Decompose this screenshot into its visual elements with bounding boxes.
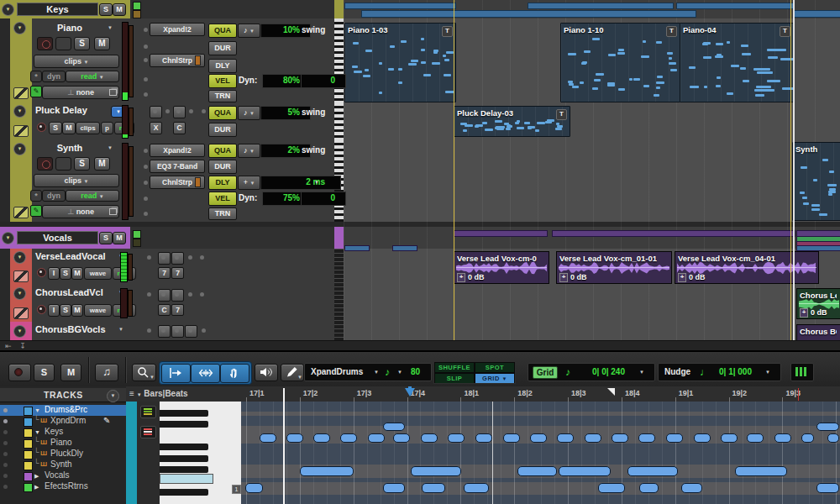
grid-toggle-button[interactable]: Grid xyxy=(533,366,558,379)
track-list-row-pluckdly[interactable]: └ШPluckDly xyxy=(0,449,126,459)
midi-note[interactable] xyxy=(767,49,786,51)
automation-mode-selector[interactable]: read ▼ xyxy=(66,71,119,82)
midi-note[interactable] xyxy=(383,423,405,431)
insert-slot[interactable] xyxy=(171,289,184,302)
quantize-button[interactable]: QUA xyxy=(208,106,237,120)
delay-mode-selector[interactable]: + ▼ xyxy=(238,176,260,190)
track-list-row-drums-prc[interactable]: ▼Drums&Prc xyxy=(0,405,126,416)
visibility-dot[interactable] xyxy=(3,485,8,489)
midi-note[interactable] xyxy=(827,184,837,186)
output-window-icon[interactable] xyxy=(109,208,117,215)
midi-note[interactable] xyxy=(313,433,330,443)
input-button[interactable]: I xyxy=(48,304,60,317)
midi-note[interactable] xyxy=(368,433,385,443)
midi-clip[interactable]: Synth xyxy=(792,142,840,221)
velocity-offset[interactable]: 0 xyxy=(301,192,346,206)
delay-button[interactable]: DLY xyxy=(208,176,237,190)
midi-note[interactable] xyxy=(727,41,730,44)
mute-button[interactable]: M xyxy=(94,157,110,171)
notation-view-icon[interactable]: ♫ xyxy=(95,364,118,381)
delay-value[interactable]: 2 ms xyxy=(260,176,341,190)
group-lane-clip-bar[interactable] xyxy=(392,245,417,251)
insert-slot-dot[interactable] xyxy=(188,255,192,260)
insert-slot-dot[interactable] xyxy=(144,212,148,216)
trim-tool[interactable] xyxy=(161,364,191,383)
keyboard-focus-icon[interactable] xyxy=(790,363,814,381)
midi-note[interactable] xyxy=(767,80,780,82)
group-lane-clip-bar[interactable] xyxy=(552,230,795,237)
midi-note[interactable] xyxy=(643,40,646,43)
midi-note[interactable] xyxy=(433,51,438,54)
record-enable-button[interactable] xyxy=(37,268,46,277)
midi-note[interactable] xyxy=(598,483,625,493)
patch-icon[interactable] xyxy=(13,87,29,99)
midi-note[interactable] xyxy=(528,127,532,129)
pencil-icon[interactable]: ✎ xyxy=(30,205,42,217)
midi-note[interactable] xyxy=(408,63,417,66)
clip-gain-icon[interactable]: + xyxy=(678,273,686,282)
midi-note[interactable] xyxy=(485,129,491,131)
group-lane-clip-bar[interactable] xyxy=(344,245,370,251)
midi-note[interactable] xyxy=(482,122,487,124)
piano-key-black[interactable] xyxy=(160,466,208,473)
grabber-tool[interactable] xyxy=(220,364,249,383)
midi-note[interactable] xyxy=(618,88,625,91)
audio-clip[interactable]: Verse Lead Vox-cm_04-01+0 dB xyxy=(675,251,819,284)
midi-note[interactable] xyxy=(383,483,405,493)
midi-note[interactable] xyxy=(388,68,394,71)
midi-note[interactable] xyxy=(421,49,425,51)
midi-note[interactable] xyxy=(800,192,805,194)
piano-key-black[interactable] xyxy=(160,455,208,462)
midi-note[interactable] xyxy=(735,466,787,476)
midi-note[interactable] xyxy=(506,128,511,130)
ticks-timebase-badge[interactable]: T xyxy=(442,26,453,37)
midi-note[interactable] xyxy=(390,45,395,48)
pencil-tool[interactable]: ▼ xyxy=(281,364,304,381)
track-view-selector[interactable]: clips xyxy=(76,122,100,134)
record-button[interactable] xyxy=(8,364,31,381)
track-list-row-xpnddrm[interactable]: └ШXpndDrm✎ xyxy=(0,416,126,427)
insert-slot-dot[interactable] xyxy=(144,181,148,185)
voice-selector[interactable]: 7 xyxy=(158,267,171,279)
visibility-dot[interactable] xyxy=(3,474,8,478)
insert-slot[interactable] xyxy=(173,106,186,118)
insert-xpand2[interactable]: Xpand!2 xyxy=(150,144,205,157)
midi-note[interactable] xyxy=(754,89,774,92)
midi-note[interactable] xyxy=(801,166,807,169)
group-lane-clip-bar[interactable] xyxy=(344,3,456,9)
midi-note[interactable] xyxy=(741,45,748,47)
playhead-arrow-icon[interactable] xyxy=(405,388,415,402)
midi-note[interactable] xyxy=(475,125,479,128)
tracks-panel-menu-icon[interactable]: ▼ xyxy=(107,390,119,402)
midi-note[interactable] xyxy=(286,433,303,443)
midi-note[interactable] xyxy=(463,129,467,132)
midi-note[interactable] xyxy=(475,433,492,443)
mute-button[interactable]: M xyxy=(71,304,83,317)
midi-note[interactable] xyxy=(555,128,562,130)
quantize-note-selector[interactable]: ♪ ▼ xyxy=(238,106,260,120)
midi-note[interactable] xyxy=(756,86,771,88)
duration-button[interactable]: DUR xyxy=(208,41,237,55)
midi-note[interactable] xyxy=(594,79,601,81)
midi-note[interactable] xyxy=(656,41,662,44)
midi-note[interactable] xyxy=(768,56,778,59)
ticks-timebase-badge[interactable]: T xyxy=(666,26,677,37)
midi-note[interactable] xyxy=(829,188,836,191)
piano-key-black[interactable] xyxy=(160,410,208,417)
midi-note[interactable] xyxy=(827,433,839,443)
insert-slot-dot[interactable] xyxy=(202,109,206,113)
insert-slot-dot[interactable] xyxy=(144,165,148,169)
record-enable-button[interactable] xyxy=(37,157,53,171)
midi-note[interactable] xyxy=(365,50,372,52)
midi-note[interactable] xyxy=(828,193,832,196)
insert-slot-dot[interactable] xyxy=(165,109,170,113)
expand-open-icon[interactable]: ▼ xyxy=(34,407,40,413)
visibility-dot[interactable] xyxy=(3,430,8,434)
midi-note[interactable] xyxy=(607,84,615,87)
group-lane-clip-bar[interactable] xyxy=(796,245,840,251)
midi-note[interactable] xyxy=(245,483,263,493)
track-view-selector[interactable]: clips ▼ xyxy=(34,55,119,68)
midi-note[interactable] xyxy=(753,68,770,71)
center-button[interactable]: C xyxy=(173,122,186,134)
midi-note[interactable] xyxy=(731,65,739,67)
